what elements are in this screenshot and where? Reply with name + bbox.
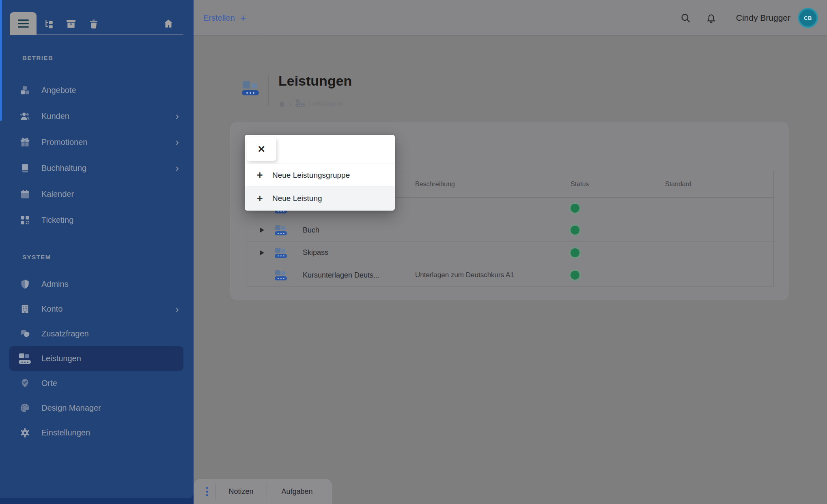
plus-icon: + — [257, 169, 272, 181]
menu-item-neue-leistungsgruppe[interactable]: + Neue Leistungsgruppe — [245, 164, 395, 186]
modal-backdrop[interactable] — [0, 0, 827, 504]
app-window: BETRIEB Angebote Kunden › Promotionen › — [0, 0, 827, 504]
menu-item-label: Neue Leistung — [272, 194, 322, 203]
menu-item-neue-leistung[interactable]: + Neue Leistung — [245, 186, 395, 211]
close-button[interactable]: × — [247, 137, 276, 161]
popup-menu: + Neue Leistungsgruppe + Neue Leistung — [245, 164, 395, 211]
close-icon: × — [258, 142, 265, 156]
menu-item-label: Neue Leistungsgruppe — [272, 171, 350, 180]
plus-icon: + — [257, 193, 272, 205]
create-leistung-popup: × + Neue Leistungsgruppe + Neue Leistung — [245, 135, 395, 210]
